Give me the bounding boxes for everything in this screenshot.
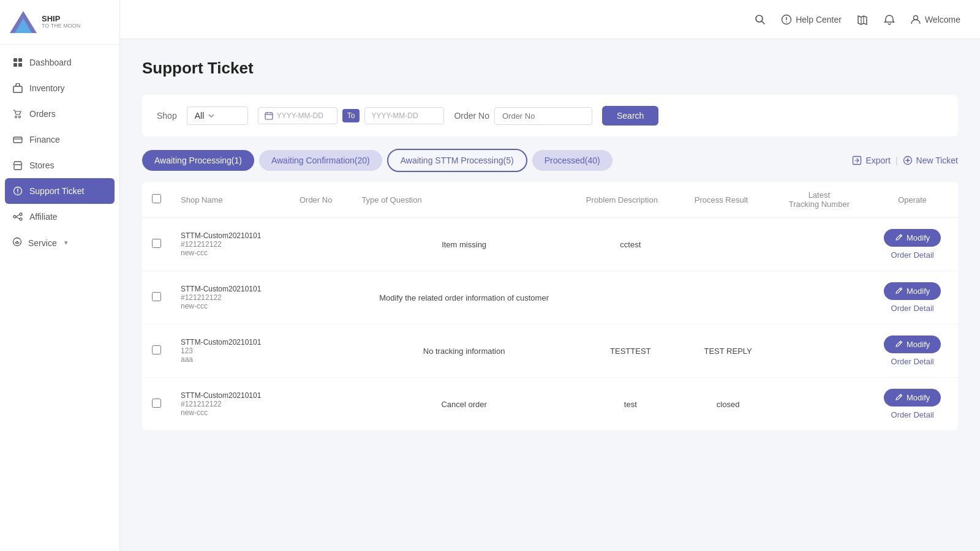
tabs-bar: Awaiting Processing(1) Awaiting Confirma… xyxy=(142,149,958,172)
cell-latest-tracking-number-1 xyxy=(771,271,867,324)
order-no-filter: Order No xyxy=(454,107,592,125)
cell-order-no-2 xyxy=(290,324,352,378)
tab-processed[interactable]: Processed(40) xyxy=(532,150,612,171)
sidebar-item-finance[interactable]: Finance xyxy=(0,127,119,152)
order-detail-link-1[interactable]: Order Detail xyxy=(891,304,934,313)
date-to-placeholder: YYYY-MM-DD xyxy=(371,111,418,120)
sidebar-item-service[interactable]: Service ▾ xyxy=(0,230,119,256)
svg-rect-2 xyxy=(13,58,17,62)
pencil-icon xyxy=(895,234,903,242)
map-icon[interactable] xyxy=(856,13,869,26)
svg-point-7 xyxy=(15,116,17,118)
col-process-result: Process Result xyxy=(685,182,772,218)
cell-shop-name-1: STTM-Custom20210101 #121212122 new-ccc xyxy=(171,271,290,324)
select-all-checkbox[interactable] xyxy=(152,194,161,203)
new-ticket-button[interactable]: New Ticket xyxy=(903,156,958,165)
stores-icon xyxy=(12,160,23,171)
service-icon xyxy=(12,237,22,249)
order-no-label: Order No xyxy=(454,111,489,121)
search-button[interactable]: Search xyxy=(602,106,658,126)
row-checkbox-0[interactable] xyxy=(152,239,161,248)
svg-rect-6 xyxy=(13,86,22,92)
user-welcome[interactable]: Welcome xyxy=(910,14,960,25)
cell-type-of-question-1: Modify the related order information of … xyxy=(352,271,576,324)
help-center-btn[interactable]: Help Center xyxy=(781,14,842,25)
order-detail-link-3[interactable]: Order Detail xyxy=(891,410,934,419)
date-to-input[interactable]: YYYY-MM-DD xyxy=(364,107,444,124)
cell-process-result-1 xyxy=(685,271,772,324)
row-checkbox-2[interactable] xyxy=(152,345,161,354)
sidebar-item-affiliate[interactable]: Affiliate xyxy=(0,204,119,230)
tab-awaiting-processing[interactable]: Awaiting Processing(1) xyxy=(142,150,254,171)
cell-shop-name-2: STTM-Custom20210101 123 aaa xyxy=(171,324,290,378)
cell-operate-3: Modify Order Detail xyxy=(867,378,958,431)
svg-point-13 xyxy=(13,216,16,218)
cell-latest-tracking-number-0 xyxy=(771,218,867,271)
shop-select[interactable]: All xyxy=(187,107,248,125)
filter-bar: Shop All YYYY-MM-DD To YYYY-MM-DD xyxy=(142,95,958,137)
row-checkbox-3[interactable] xyxy=(152,399,161,408)
pencil-icon xyxy=(895,287,903,295)
service-arrow: ▾ xyxy=(64,239,68,247)
pencil-icon xyxy=(895,340,903,348)
cell-type-of-question-2: No tracking information xyxy=(352,324,576,378)
col-operate: Operate xyxy=(867,182,958,218)
sidebar-label-orders: Orders xyxy=(29,109,56,119)
tab-awaiting-sttm[interactable]: Awaiting STTM Processing(5) xyxy=(387,149,527,172)
svg-rect-22 xyxy=(265,113,273,119)
calendar-icon xyxy=(265,111,273,120)
table-row: STTM-Custom20210101 #121212122 new-ccc M… xyxy=(142,271,958,324)
sidebar-item-orders[interactable]: Orders xyxy=(0,101,119,127)
order-detail-link-2[interactable]: Order Detail xyxy=(891,357,934,366)
cell-problem-description-2: TESTTEST xyxy=(576,324,685,378)
modify-button-0[interactable]: Modify xyxy=(884,229,941,247)
cell-operate-2: Modify Order Detail xyxy=(867,324,958,378)
search-icon-header[interactable] xyxy=(754,13,766,26)
order-no-input[interactable] xyxy=(494,107,592,125)
cell-operate-1: Modify Order Detail xyxy=(867,271,958,324)
cell-type-of-question-0: Item missing xyxy=(352,218,576,271)
sidebar-label-finance: Finance xyxy=(29,135,60,144)
row-checkbox-1[interactable] xyxy=(152,292,161,301)
svg-rect-9 xyxy=(13,137,22,143)
sidebar-item-dashboard[interactable]: Dashboard xyxy=(0,50,119,75)
cell-order-no-0 xyxy=(290,218,352,271)
date-from-input[interactable]: YYYY-MM-DD xyxy=(258,107,337,124)
sidebar-label-dashboard: Dashboard xyxy=(29,58,72,67)
tab-awaiting-confirmation[interactable]: Awaiting Confirmation(20) xyxy=(259,150,382,171)
cell-order-no-1 xyxy=(290,271,352,324)
cell-latest-tracking-number-3 xyxy=(771,378,867,431)
cell-operate-0: Modify Order Detail xyxy=(867,218,958,271)
pencil-icon xyxy=(895,394,903,402)
svg-point-20 xyxy=(786,21,787,23)
cell-shop-name-3: STTM-Custom20210101 #121212122 new-ccc xyxy=(171,378,290,431)
modify-button-3[interactable]: Modify xyxy=(884,389,941,407)
order-detail-link-0[interactable]: Order Detail xyxy=(891,250,934,260)
cell-process-result-0 xyxy=(685,218,772,271)
svg-rect-10 xyxy=(14,165,21,170)
dashboard-icon xyxy=(12,57,23,68)
table-row: STTM-Custom20210101 #121212122 new-ccc C… xyxy=(142,378,958,431)
export-icon xyxy=(852,156,862,165)
modify-button-1[interactable]: Modify xyxy=(884,282,941,300)
sidebar-item-stores[interactable]: Stores xyxy=(0,152,119,178)
shop-select-value: All xyxy=(195,111,205,121)
table-row: STTM-Custom20210101 123 aaa No tracking … xyxy=(142,324,958,378)
sidebar-item-inventory[interactable]: Inventory xyxy=(0,75,119,101)
sidebar-item-support-ticket[interactable]: Support Ticket xyxy=(5,178,115,204)
cell-problem-description-0: cctest xyxy=(576,218,685,271)
table-row: STTM-Custom20210101 #121212122 new-ccc I… xyxy=(142,218,958,271)
cell-problem-description-3: test xyxy=(576,378,685,431)
export-button[interactable]: Export xyxy=(852,156,890,165)
notification-icon[interactable] xyxy=(883,13,895,26)
export-label: Export xyxy=(865,156,890,165)
cell-type-of-question-3: Cancel order xyxy=(352,378,576,431)
cell-shop-name-0: STTM-Custom20210101 #121212122 new-ccc xyxy=(171,218,290,271)
date-range-filter: YYYY-MM-DD To YYYY-MM-DD xyxy=(258,107,445,124)
sidebar-nav: Dashboard Inventory Orders Finance xyxy=(0,45,119,551)
plus-circle-icon xyxy=(903,156,913,165)
sidebar-label-stores: Stores xyxy=(29,160,54,170)
svg-point-17 xyxy=(17,241,18,243)
modify-button-2[interactable]: Modify xyxy=(884,335,941,353)
sidebar: SHIP TO THE MOON Dashboard Inventory xyxy=(0,0,120,551)
